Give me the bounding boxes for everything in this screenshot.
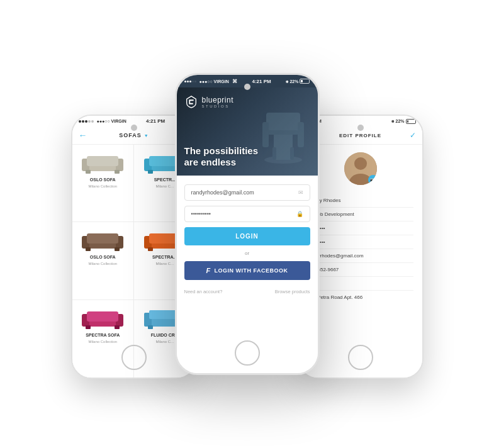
- logo-svg: [184, 95, 198, 109]
- carrier-center: ●●●○○ VIRGIN ⌘: [184, 79, 237, 84]
- product-collection: Milano Collection: [88, 184, 117, 188]
- or-divider: or: [184, 250, 310, 256]
- facebook-login-button[interactable]: f LOGIn With FaceBOOK: [184, 261, 310, 280]
- hero-logo: blueprint STUDIOS: [184, 95, 234, 109]
- login-button[interactable]: LOGIn: [184, 227, 310, 245]
- product-name: SPECTRA...: [152, 255, 177, 259]
- list-item[interactable]: OSLO SOFA Milano Collection: [72, 222, 134, 300]
- logo-sub: STUDIOS: [202, 104, 234, 108]
- svg-rect-5: [115, 170, 120, 174]
- profile-password1-field[interactable]: ••••••••••: [308, 221, 413, 235]
- profile-company-field[interactable]: Roweb Development: [308, 208, 413, 221]
- product-collection: Milano Collection: [88, 262, 117, 266]
- nav-dropdown-left[interactable]: ▼: [144, 133, 149, 138]
- tagline-line2: are endless: [184, 157, 259, 168]
- list-item[interactable]: OSLO SOFA Milano Collection: [72, 145, 134, 222]
- check-button[interactable]: ✓: [410, 131, 416, 140]
- profile-address-field[interactable]: 211 Petra Road Apt. 466: [308, 291, 413, 304]
- hero-section: blueprint STUDIOS The possibilities are …: [177, 87, 318, 176]
- carrier-text-center: ●●●○○ VIRGIN: [199, 79, 229, 84]
- email-input-text: randyrhodes@gmail.com: [191, 189, 293, 196]
- svg-rect-29: [115, 325, 120, 329]
- login-form-section: randyrhodes@gmail.com ✉ •••••••••• 🔒 LOG…: [177, 176, 318, 373]
- svg-rect-41: [298, 122, 304, 147]
- svg-rect-42: [272, 147, 276, 160]
- carrier-text-left: ●●●○○ VIRGIN: [97, 119, 126, 123]
- battery-text-right: 22%: [395, 119, 404, 123]
- password-field[interactable]: •••••••••• 🔒: [184, 206, 310, 222]
- product-name: OSLO SOFA: [90, 255, 116, 259]
- battery-text-center: 22%: [289, 79, 298, 84]
- profile-password2-field[interactable]: ••••••••••: [308, 235, 413, 249]
- battery-center: ⎈ 22%: [286, 79, 310, 84]
- hero-chair-decoration: [255, 91, 312, 166]
- browse-products-link[interactable]: Browse products: [275, 289, 310, 294]
- avatar-container: 📷: [308, 152, 413, 185]
- product-collection: Milano Collection: [88, 340, 117, 344]
- tagline-line1: The possibilities: [184, 145, 259, 157]
- nav-title-left: SOFAS: [119, 132, 142, 138]
- product-image: [81, 151, 125, 175]
- svg-rect-40: [262, 122, 269, 147]
- svg-rect-17: [115, 247, 120, 251]
- password-input-text: ••••••••••: [191, 211, 291, 217]
- svg-rect-27: [87, 311, 118, 322]
- product-name: SPECTRA SOFA: [86, 333, 120, 337]
- back-button[interactable]: ←: [79, 130, 87, 140]
- product-name: SPECTR...: [154, 177, 176, 182]
- product-image: [81, 306, 125, 330]
- email-field[interactable]: randyrhodes@gmail.com ✉: [184, 184, 310, 201]
- svg-rect-22: [148, 247, 153, 251]
- svg-point-45: [354, 157, 367, 170]
- battery-right: ⎈ 22%: [391, 119, 415, 124]
- carrier-left: ●●●○○ VIRGIN: [79, 119, 126, 123]
- svg-rect-39: [266, 113, 300, 130]
- edit-profile-title: EDIT PROFILE: [339, 133, 381, 138]
- login-footer: Need an account? Browse products: [184, 285, 310, 296]
- svg-rect-16: [86, 247, 91, 251]
- profile-id-field[interactable]: 243: [308, 277, 413, 291]
- product-collection: Milano C...: [155, 262, 174, 266]
- time-left: 4:21 PM: [146, 118, 165, 124]
- time-center: 4:21 PM: [252, 79, 271, 84]
- logo-name: blueprint: [202, 96, 234, 104]
- email-icon: ✉: [298, 189, 303, 196]
- profile-name-field[interactable]: Randy Rhodes: [308, 194, 413, 208]
- avatar[interactable]: 📷: [344, 152, 377, 185]
- profile-phone-field[interactable]: 738-552-9667: [308, 263, 413, 277]
- svg-rect-15: [87, 233, 118, 244]
- center-screen: blueprint STUDIOS The possibilities are …: [177, 87, 318, 373]
- product-name: OSLO SOFA: [90, 177, 116, 182]
- svg-rect-4: [86, 170, 91, 174]
- profile-email-field[interactable]: randyrhodes@gmail.com: [308, 249, 413, 263]
- product-image: [81, 228, 125, 252]
- need-account-link[interactable]: Need an account?: [184, 289, 223, 294]
- phone-center: ●●●○○ VIRGIN ⌘ 4:21 PM ⎈ 22%: [175, 73, 320, 375]
- lock-icon: 🔒: [296, 211, 303, 217]
- svg-rect-10: [148, 170, 153, 174]
- svg-rect-34: [148, 325, 153, 329]
- hero-tagline: The possibilities are endless: [184, 145, 259, 168]
- product-collection: Milano C...: [155, 184, 174, 188]
- facebook-button-text: LOGIn With FaceBOOK: [215, 267, 288, 274]
- status-bar-center: ●●●○○ VIRGIN ⌘ 4:21 PM ⎈ 22%: [177, 75, 318, 87]
- svg-rect-3: [87, 156, 118, 166]
- camera-icon[interactable]: 📷: [368, 175, 377, 185]
- list-item[interactable]: SPECTRA SOFA Milano Collection: [72, 300, 134, 378]
- product-collection: Milano C...: [155, 340, 174, 344]
- svg-rect-28: [86, 325, 91, 329]
- facebook-icon: f: [206, 267, 210, 274]
- svg-rect-43: [290, 147, 294, 160]
